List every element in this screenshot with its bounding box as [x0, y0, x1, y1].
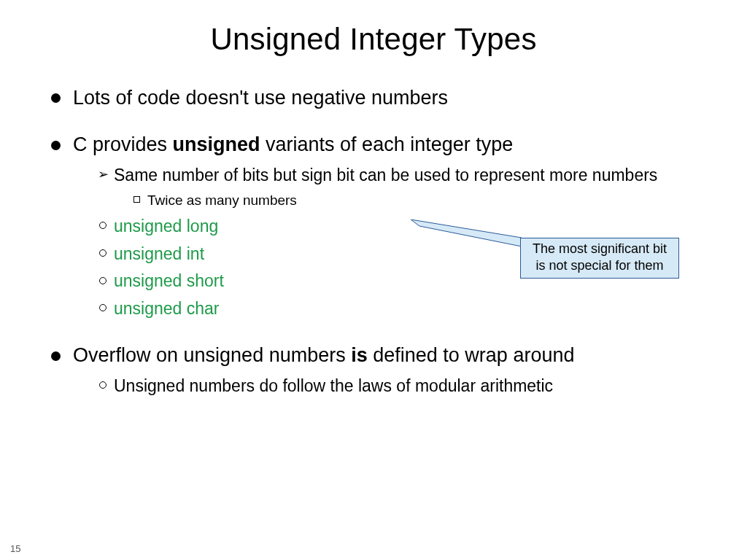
bullet-item: Overflow on unsigned numbers is defined …: [51, 342, 696, 399]
subsub-list: Twice as many numbers: [114, 190, 696, 211]
bullet-item: Lots of code doesn't use negative number…: [51, 85, 696, 111]
bullet-seg: C provides: [73, 133, 173, 155]
sub-item: Same number of bits but sign bit can be …: [98, 163, 696, 211]
sub-text: unsigned short: [114, 271, 224, 290]
bullet-seg-bold: is: [351, 344, 368, 366]
bullet-seg: variants of each integer type: [260, 133, 514, 155]
bullet-item: C provides unsigned variants of each int…: [51, 131, 696, 322]
bullet-seg: defined to wrap around: [368, 344, 575, 366]
callout-line: is not special for them: [535, 258, 663, 273]
subsub-text: Twice as many numbers: [147, 192, 297, 208]
sub-text: unsigned int: [114, 244, 204, 263]
page-number: 15: [10, 543, 20, 554]
slide-title: Unsigned Integer Types: [51, 22, 696, 57]
sub-text: unsigned char: [114, 299, 220, 318]
sub-item: unsigned long: [98, 214, 696, 240]
sub-text: unsigned long: [114, 217, 218, 236]
slide: Unsigned Integer Types Lots of code does…: [0, 0, 747, 560]
sub-list: Unsigned numbers do follow the laws of m…: [73, 373, 696, 400]
callout-box: The most significant bit is not special …: [520, 238, 679, 279]
bullet-seg: Overflow on unsigned numbers: [73, 344, 351, 366]
bullet-text: Lots of code doesn't use negative number…: [73, 87, 448, 109]
bullet-seg-bold: unsigned: [173, 133, 260, 155]
sub-text: Unsigned numbers do follow the laws of m…: [114, 376, 553, 395]
sub-text: Same number of bits but sign bit can be …: [114, 166, 657, 184]
sub-item: unsigned char: [98, 296, 696, 322]
callout-line: The most significant bit: [533, 241, 667, 256]
subsub-item: Twice as many numbers: [131, 190, 696, 211]
sub-item: Unsigned numbers do follow the laws of m…: [98, 373, 696, 400]
